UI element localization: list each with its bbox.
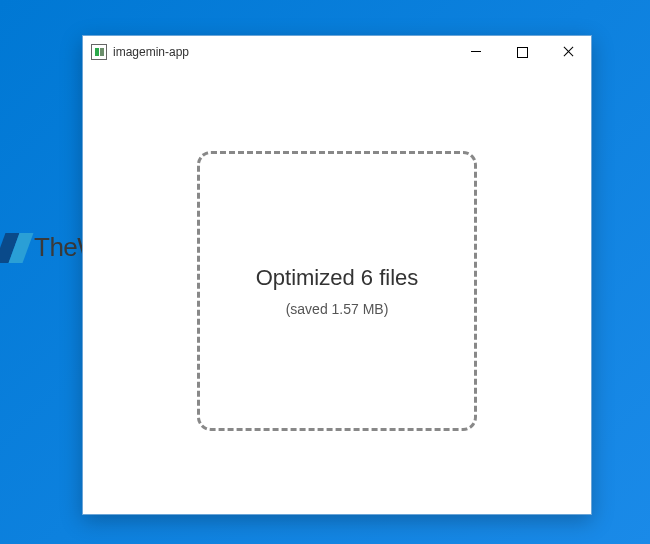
maximize-icon (517, 47, 527, 57)
close-button[interactable] (545, 36, 591, 68)
dropzone[interactable]: Optimized 6 files (saved 1.57 MB) (197, 151, 477, 431)
app-window: imagemin-app Optimized 6 files (saved 1.… (82, 35, 592, 515)
watermark-logo-icon (0, 233, 30, 263)
saved-text: (saved 1.57 MB) (286, 301, 389, 317)
minimize-icon (471, 47, 481, 57)
app-icon (91, 44, 107, 60)
window-controls (453, 36, 591, 68)
titlebar-left: imagemin-app (83, 44, 189, 60)
window-content: Optimized 6 files (saved 1.57 MB) (83, 68, 591, 514)
maximize-button[interactable] (499, 36, 545, 68)
window-title: imagemin-app (113, 45, 189, 59)
titlebar[interactable]: imagemin-app (83, 36, 591, 68)
minimize-button[interactable] (453, 36, 499, 68)
close-icon (563, 47, 573, 57)
status-text: Optimized 6 files (256, 265, 419, 291)
